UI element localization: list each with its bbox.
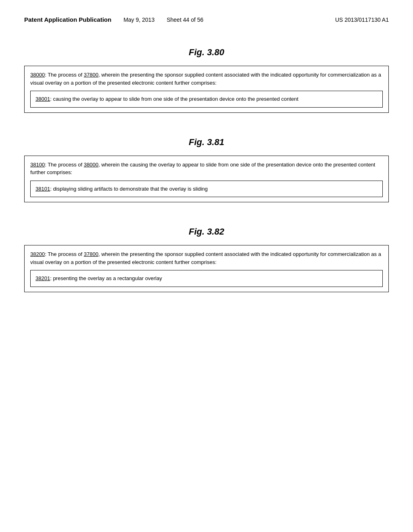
- header-date: May 9, 2013: [123, 17, 154, 23]
- header-patent: US 2013/0117130 A1: [335, 17, 389, 23]
- ref-37800-link: 37800: [84, 72, 98, 78]
- figure-382-inner-text: 38201: presenting the overlay as a recta…: [35, 274, 378, 283]
- ref-38001: 38001: [35, 96, 50, 102]
- figure-382-outer-text: 38200: The process of 37800, wherein the…: [30, 250, 383, 266]
- figure-381: Fig. 3.81 38100: The process of 38000, w…: [24, 137, 389, 203]
- figure-381-inner-box: 38101: displaying sliding artifacts to d…: [30, 181, 383, 197]
- figure-380-outer-box: 38000: The process of 37800, wherein the…: [24, 66, 389, 113]
- figure-380-title: Fig. 3.80: [24, 47, 389, 58]
- ref-38000: 38000: [30, 72, 45, 78]
- figure-381-title: Fig. 3.81: [24, 137, 389, 148]
- ref-38201: 38201: [35, 275, 50, 281]
- figure-380-inner-box: 38001: causing the overlay to appear to …: [30, 91, 383, 108]
- figure-381-inner-text: 38101: displaying sliding artifacts to d…: [35, 185, 378, 193]
- figure-382-inner-box: 38201: presenting the overlay as a recta…: [30, 270, 383, 287]
- figure-381-outer-text: 38100: The process of 38000, wherein the…: [30, 161, 383, 177]
- figure-382: Fig. 3.82 38200: The process of 37800, w…: [24, 227, 389, 292]
- header-sheet: Sheet 44 of 56: [167, 17, 203, 23]
- ref-38200: 38200: [30, 251, 45, 257]
- figure-382-outer-box: 38200: The process of 37800, wherein the…: [24, 245, 389, 292]
- ref-38000-link: 38000: [84, 162, 98, 168]
- figure-382-title: Fig. 3.82: [24, 227, 389, 237]
- figure-380-inner-text: 38001: causing the overlay to appear to …: [35, 95, 378, 103]
- ref-38100: 38100: [30, 162, 45, 168]
- figure-380: Fig. 3.80 38000: The process of 37800, w…: [24, 47, 389, 113]
- publication-label: Patent Application Publication: [24, 16, 111, 23]
- page-header: Patent Application Publication May 9, 20…: [24, 16, 389, 23]
- figure-381-outer-box: 38100: The process of 38000, wherein the…: [24, 156, 389, 203]
- figure-380-outer-text: 38000: The process of 37800, wherein the…: [30, 71, 383, 87]
- ref-38101: 38101: [35, 186, 50, 192]
- ref-37800-link2: 37800: [84, 251, 98, 257]
